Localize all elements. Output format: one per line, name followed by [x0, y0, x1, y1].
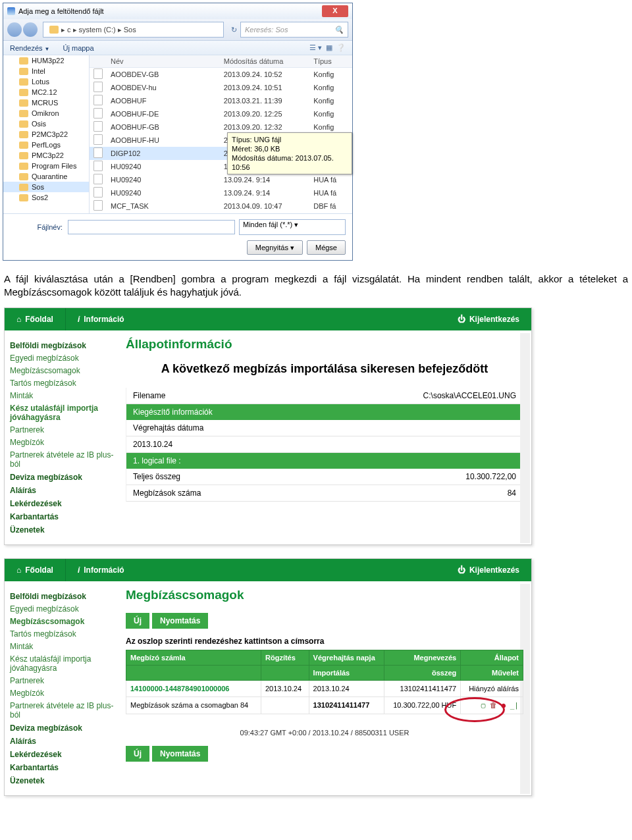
tree-item[interactable]: HUM3p22: [3, 55, 89, 66]
print-button[interactable]: Nyomtatás: [152, 746, 208, 762]
nav-info[interactable]: iInformáció: [66, 308, 136, 330]
breadcrumb[interactable]: ▸ c ▸ system (C:) ▸ Sos: [43, 22, 224, 38]
sidebar-item[interactable]: Karbantartás: [10, 763, 120, 772]
status-badge: Hiányzó aláírás: [461, 680, 523, 696]
record-icon[interactable]: ●: [502, 701, 506, 710]
sidebar-item[interactable]: Belföldi megbízások: [10, 592, 120, 601]
sort-menu[interactable]: Rendezés ▼: [10, 44, 50, 52]
filename-input[interactable]: [68, 220, 235, 234]
sidebar-item[interactable]: Üzenetek: [10, 776, 120, 785]
view-icon[interactable]: ☰ ▾: [309, 43, 322, 51]
sidebar-item[interactable]: Partnerek átvétele az IB plus-ból: [10, 450, 120, 469]
nav-home[interactable]: ⌂Főoldal: [5, 308, 66, 330]
sidebar-item[interactable]: Minták: [10, 642, 120, 651]
sidebar-item[interactable]: Aláírás: [10, 486, 120, 495]
folder-tree[interactable]: HUM3p22IntelLotusMC2.12MCRUSOmikronOsisP…: [3, 55, 90, 213]
sidebar-item[interactable]: Megbízáscsomagok: [10, 617, 120, 626]
sidebar-item[interactable]: Deviza megbízások: [10, 723, 120, 733]
tree-item[interactable]: Sos2: [3, 192, 89, 203]
file-row[interactable]: MCF_TASK2013.04.09. 10:47DBF fá: [90, 199, 352, 213]
delete-icon[interactable]: 🗑: [490, 701, 497, 710]
forward-button[interactable]: [23, 22, 38, 37]
new-button[interactable]: Új: [126, 746, 149, 762]
sidebar-item[interactable]: Tartós megbízások: [10, 629, 120, 639]
sidebar-item[interactable]: Partnerek: [10, 676, 120, 685]
file-row[interactable]: AOOBHUF2013.03.21. 11:39Konfig: [90, 94, 352, 107]
sidebar-item[interactable]: Egyedi megbízások: [10, 354, 120, 363]
view-icon[interactable]: ▢: [481, 701, 486, 710]
file-row[interactable]: HU0924013.09.24. 9:14HUA fá: [90, 186, 352, 199]
sidebar: Belföldi megbízásokEgyedi megbízásokMegb…: [5, 330, 123, 544]
tree-item[interactable]: Quarantine: [3, 171, 89, 182]
col-name[interactable]: Megnevezés: [384, 650, 460, 665]
cancel-button[interactable]: Mégse: [307, 240, 346, 255]
folder-icon: [19, 194, 28, 201]
refresh-icon[interactable]: ↻: [231, 26, 237, 34]
tree-item[interactable]: Lotus: [3, 76, 89, 87]
filetype-select[interactable]: Minden fájl (*.*) ▾: [239, 219, 346, 235]
sidebar-item[interactable]: Kész utalásfájl importja jóváhagyásra: [10, 404, 120, 422]
tree-item[interactable]: Sos: [3, 182, 89, 192]
file-row[interactable]: AOOBHUF-DE2013.09.20. 12:25Konfig: [90, 107, 352, 120]
scrollbar[interactable]: [520, 333, 530, 543]
sidebar-item[interactable]: Megbízók: [10, 438, 120, 447]
tree-item[interactable]: MC2.12: [3, 87, 89, 97]
tree-item[interactable]: Osis: [3, 118, 89, 129]
table-row[interactable]: Megbízások száma a csomagban 84 13102411…: [126, 696, 523, 714]
col-action[interactable]: Művelet: [461, 665, 523, 680]
col-exec[interactable]: Végrehajtás napja: [309, 650, 384, 665]
col-state[interactable]: Állapot: [461, 650, 523, 665]
sidebar-item[interactable]: Megbízáscsomagok: [10, 366, 120, 375]
preview-icon[interactable]: ▦: [326, 43, 332, 51]
nav-logout[interactable]: ⏻Kijelentkezés: [446, 308, 531, 330]
file-row[interactable]: AOOBHUF-GB2013.09.20. 12:32Konfig: [90, 120, 352, 134]
print-button[interactable]: Nyomtatás: [152, 613, 208, 629]
col-sum[interactable]: összeg: [384, 665, 460, 680]
sidebar-item[interactable]: Egyedi megbízások: [10, 604, 120, 614]
open-button[interactable]: Megnyitás ▾: [247, 240, 303, 255]
new-button[interactable]: Új: [126, 613, 149, 629]
nav-home[interactable]: ⌂Főoldal: [5, 559, 66, 581]
sidebar-item[interactable]: Deviza megbízások: [10, 473, 120, 482]
edit-icon[interactable]: _|: [510, 701, 519, 710]
tree-item[interactable]: Intel: [3, 66, 89, 76]
sidebar-item[interactable]: Partnerek: [10, 425, 120, 434]
col-account[interactable]: Megbízó számla: [126, 650, 261, 665]
tree-item[interactable]: P2MC3p22: [3, 129, 89, 140]
folder-icon: [19, 131, 28, 138]
sidebar-item[interactable]: Megbízók: [10, 689, 120, 698]
table-row[interactable]: 14100000-1448784901000006 2013.10.24 201…: [126, 680, 523, 696]
file-row[interactable]: AOOBDEV-hu2013.09.24. 10:51Konfig: [90, 81, 352, 94]
tree-item[interactable]: MCRUS: [3, 97, 89, 108]
col-import[interactable]: Importálás: [309, 665, 384, 680]
back-button[interactable]: [7, 22, 22, 37]
help-icon[interactable]: ❔: [336, 43, 346, 51]
sidebar-item[interactable]: Partnerek átvétele az IB plus-ból: [10, 701, 120, 720]
file-icon: [93, 187, 103, 197]
tree-item[interactable]: PMC3p22: [3, 150, 89, 161]
sidebar-item[interactable]: Karbantartás: [10, 512, 120, 521]
sidebar-item[interactable]: Lekérdezések: [10, 499, 120, 508]
search-input[interactable]: Keresés: Sos🔍: [240, 22, 348, 38]
sidebar-item[interactable]: Kész utalásfájl importja jóváhagyásra: [10, 654, 120, 673]
close-icon[interactable]: X: [322, 5, 348, 17]
file-icon: [93, 174, 103, 184]
sidebar-item[interactable]: Lekérdezések: [10, 750, 120, 759]
new-folder-button[interactable]: Új mappa: [63, 44, 94, 52]
file-row[interactable]: HU0924013.09.24. 9:14HUA fá: [90, 173, 352, 186]
file-row[interactable]: MULTICASHCHARGES2013.09.19. 13:28Micros: [90, 213, 352, 213]
tree-item[interactable]: PerfLogs: [3, 140, 89, 150]
sidebar-item[interactable]: Tartós megbízások: [10, 379, 120, 388]
sidebar-item[interactable]: Üzenetek: [10, 525, 120, 535]
file-row[interactable]: AOOBDEV-GB2013.09.24. 10:52Konfig: [90, 68, 352, 82]
sidebar-item[interactable]: Minták: [10, 391, 120, 400]
folder-icon: [19, 142, 28, 149]
nav-logout[interactable]: ⏻Kijelentkezés: [446, 559, 531, 581]
sidebar-item[interactable]: Aláírás: [10, 737, 120, 746]
sidebar-item[interactable]: Belföldi megbízások: [10, 341, 120, 350]
tree-item[interactable]: Omikron: [3, 108, 89, 118]
col-record[interactable]: Rögzítés: [261, 650, 309, 665]
nav-info[interactable]: iInformáció: [66, 559, 136, 581]
tree-item[interactable]: Program Files: [3, 161, 89, 171]
packages-table: Megbízó számla Rögzítés Végrehajtás napj…: [126, 650, 523, 714]
